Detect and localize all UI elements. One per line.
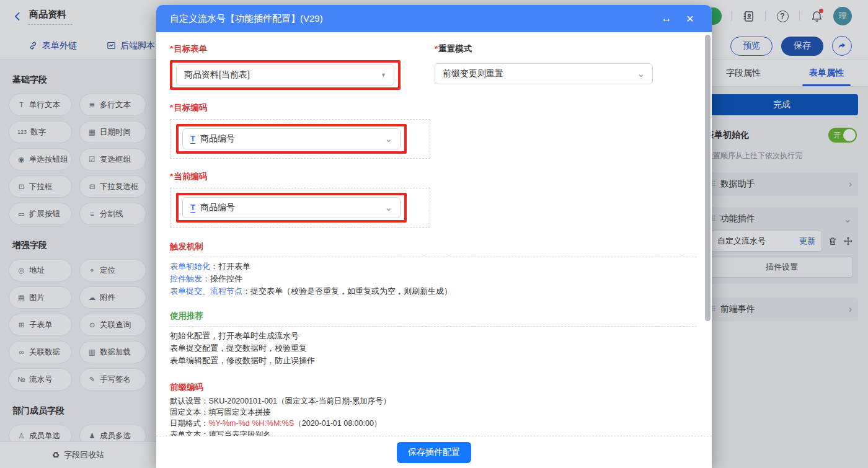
modal-footer: 保存插件配置 bbox=[156, 436, 712, 468]
prefix-line: 表单文本：填写当表字段别名 bbox=[170, 429, 697, 436]
current-code-group: *当前编码 T 商品编号 ⌄ bbox=[170, 171, 697, 227]
prefix-line: 日期格式：%Y-%m-%d %H:%M:%S（2020-01-01 08:00:… bbox=[170, 418, 697, 429]
prefix-section-title: 前缀编码 bbox=[170, 382, 697, 393]
prefix-line: 固定文本：填写固定文本拼接 bbox=[170, 407, 697, 418]
trigger-link[interactable]: 表单初始化 bbox=[170, 262, 210, 271]
target-code-dropzone: T 商品编号 ⌄ bbox=[170, 119, 430, 159]
target-code-label: *目标编码 bbox=[170, 102, 697, 113]
target-code-select[interactable]: T 商品编号 ⌄ bbox=[182, 128, 401, 149]
required-asterisk: * bbox=[435, 44, 438, 53]
trigger-link[interactable]: 表单提交、流程节点 bbox=[170, 286, 242, 296]
annotation-box-target-form: 商品资料[当前表] ▼ bbox=[170, 60, 401, 90]
current-code-label: *当前编码 bbox=[170, 171, 697, 182]
modal-header: 自定义流水号【功能插件配置】(V29) ↔ × bbox=[156, 5, 712, 32]
chevron-down-icon: ⌄ bbox=[384, 205, 392, 211]
usage-line: 表单提交配置，提交数据时，校验重复 bbox=[170, 342, 697, 355]
reset-mode-value: 前缀变更则重置 bbox=[443, 68, 637, 79]
app-screen: 商品资料 ? 理 表单外链 bbox=[0, 0, 868, 468]
target-form-group: *目标表单 商品资料[当前表] ▼ bbox=[170, 43, 401, 90]
trigger-link[interactable]: 控件触发 bbox=[170, 274, 202, 283]
trigger-line: 表单初始化：打开表单 bbox=[170, 260, 697, 273]
chevron-down-icon: ⌄ bbox=[637, 71, 645, 77]
trigger-line: 控件触发：操作控件 bbox=[170, 273, 697, 285]
reset-mode-label: *重置模式 bbox=[435, 43, 653, 55]
required-asterisk: * bbox=[170, 103, 173, 112]
usage-section-title: 使用推荐 bbox=[170, 311, 697, 322]
annotation-box-target-code: T 商品编号 ⌄ bbox=[176, 124, 407, 154]
trigger-section-title: 触发机制 bbox=[170, 241, 697, 252]
current-code-select[interactable]: T 商品编号 ⌄ bbox=[182, 197, 401, 218]
prefix-section: 前缀编码 默认设置：SKU-20200101-001（固定文本-当前日期-累加序… bbox=[170, 382, 697, 436]
annotation-box-current-code: T 商品编号 ⌄ bbox=[176, 193, 407, 223]
expand-icon[interactable]: ↔ bbox=[658, 11, 675, 27]
close-icon[interactable]: × bbox=[682, 11, 698, 27]
reset-mode-select[interactable]: 前缀变更则重置 ⌄ bbox=[435, 63, 653, 84]
plugin-config-modal: 自定义流水号【功能插件配置】(V29) ↔ × *目标表单 商品资料[当前表] … bbox=[156, 5, 712, 468]
usage-line: 表单编辑配置，修改数据时，防止误操作 bbox=[170, 355, 697, 367]
dashed-divider bbox=[170, 257, 697, 257]
target-code-value: 商品编号 bbox=[200, 133, 384, 144]
caret-down-icon: ▼ bbox=[381, 72, 386, 78]
top-fields-row: *目标表单 商品资料[当前表] ▼ *重置模式 前缀变更则重置 ⌄ bbox=[170, 43, 697, 90]
trigger-line: 表单提交、流程节点：提交表单（校验是否重复，如重复或为空，则刷新生成） bbox=[170, 285, 697, 298]
target-form-select[interactable]: 商品资料[当前表] ▼ bbox=[176, 64, 394, 86]
reset-mode-group: *重置模式 前缀变更则重置 ⌄ bbox=[435, 43, 653, 90]
modal-title: 自定义流水号【功能插件配置】(V29) bbox=[170, 13, 658, 25]
save-plugin-config-button[interactable]: 保存插件配置 bbox=[397, 442, 471, 463]
current-code-value: 商品编号 bbox=[200, 202, 384, 213]
required-asterisk: * bbox=[170, 172, 173, 181]
target-form-value: 商品资料[当前表] bbox=[184, 69, 381, 81]
target-code-group: *目标编码 T 商品编号 ⌄ bbox=[170, 102, 697, 159]
chevron-down-icon: ⌄ bbox=[384, 136, 392, 142]
current-code-dropzone: T 商品编号 ⌄ bbox=[170, 188, 430, 227]
modal-scrollbar-thumb[interactable] bbox=[705, 35, 711, 321]
prefix-line: 默认设置：SKU-20200101-001（固定文本-当前日期-累加序号） bbox=[170, 395, 697, 407]
modal-body: *目标表单 商品资料[当前表] ▼ *重置模式 前缀变更则重置 ⌄ bbox=[156, 32, 712, 436]
usage-section: 使用推荐 初始化配置，打开表单时生成流水号 表单提交配置，提交数据时，校验重复 … bbox=[170, 311, 697, 367]
trigger-section: 触发机制 表单初始化：打开表单 控件触发：操作控件 表单提交、流程节点：提交表单… bbox=[170, 241, 697, 298]
required-asterisk: * bbox=[170, 44, 173, 53]
text-field-icon: T bbox=[190, 203, 195, 213]
date-format-code: %Y-%m-%d %H:%M:%S bbox=[209, 419, 294, 428]
dashed-divider bbox=[170, 326, 697, 327]
usage-line: 初始化配置，打开表单时生成流水号 bbox=[170, 330, 697, 342]
target-form-label: *目标表单 bbox=[170, 43, 401, 55]
text-field-icon: T bbox=[190, 135, 195, 144]
